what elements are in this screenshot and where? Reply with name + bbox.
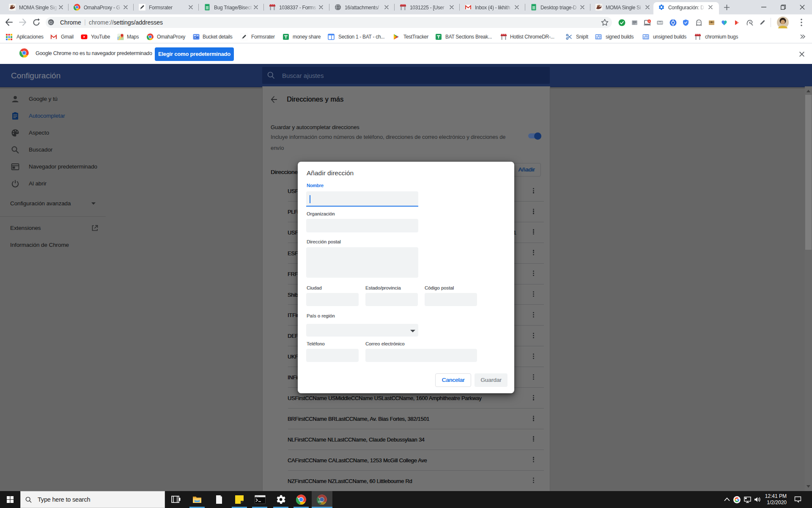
svg-text:C:\_: C:\_ [256, 496, 260, 497]
